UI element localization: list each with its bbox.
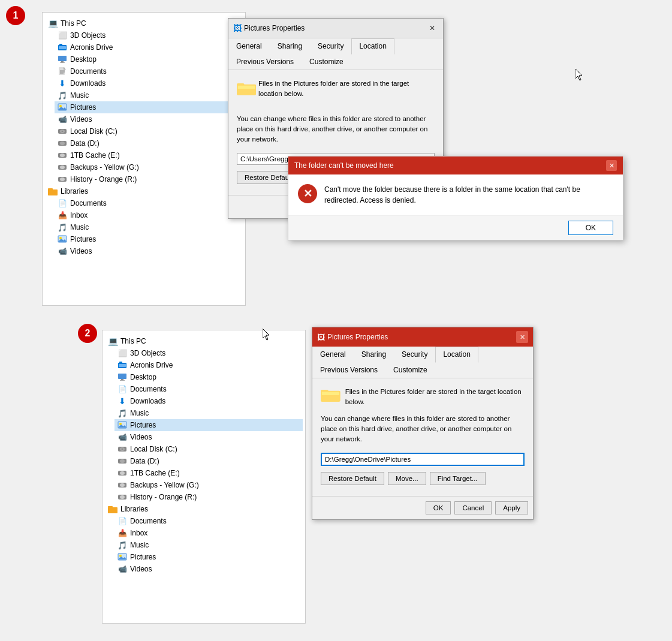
lib-pictures-icon-2 (117, 552, 128, 562)
tree2-item-backups-g[interactable]: Backups - Yellow (G:) (114, 479, 303, 491)
tree-item-3d[interactable]: ⬜ 3D Objects (55, 29, 243, 41)
error-ok-button[interactable]: OK (568, 221, 613, 235)
ok-button-2[interactable]: OK (426, 501, 451, 514)
error-close-button[interactable]: ✕ (606, 160, 617, 171)
dialog-2-path-input[interactable] (321, 453, 525, 466)
tree2-label-videos: Videos (130, 433, 152, 441)
tree-item-data-d[interactable]: Data (D:) (55, 137, 243, 149)
restore-default-button-2[interactable]: Restore Default (321, 472, 384, 485)
tree2-item-lib-music[interactable]: 🎵 Music (114, 539, 303, 551)
tree2-item-libraries[interactable]: Libraries (105, 503, 303, 515)
tree2-item-desktop[interactable]: Desktop (114, 371, 303, 383)
tree-label-3d: 3D Objects (70, 31, 106, 40)
tree2-item-1tb-e[interactable]: 1TB Cache (E:) (114, 467, 303, 479)
dialog-2-info-row: Files in the Pictures folder are stored … (321, 387, 525, 408)
tree-label-history-r: History - Orange (R:) (70, 175, 137, 183)
tab-location-2[interactable]: Location (435, 347, 478, 363)
error-title-text: The folder can't be moved here (294, 161, 394, 170)
tab-previous-versions-2[interactable]: Previous Versions (312, 362, 385, 378)
tab-general-2[interactable]: General (312, 347, 354, 362)
dialog-1-description: Files in the Pictures folder are stored … (258, 79, 435, 100)
tree-item-inbox[interactable]: 📥 Inbox (55, 209, 243, 221)
tree2-label-data-d: Data (D:) (130, 457, 159, 465)
explorer-window-2: 💻 This PC ⬜ 3D Objects Acronis Drive (102, 330, 306, 624)
dialog-1-close-button[interactable]: ✕ (426, 22, 438, 34)
dialog-2-close-button[interactable]: ✕ (516, 331, 528, 343)
tree2-item-pictures[interactable]: Pictures (114, 419, 303, 431)
tab-customize-2[interactable]: Customize (385, 362, 435, 378)
tree2-item-documents[interactable]: 📄 Documents (114, 383, 303, 395)
tree2-item-lib-videos[interactable]: 📹 Videos (114, 563, 303, 575)
tree-item-lib-videos[interactable]: 📹 Videos (55, 245, 243, 257)
step-1-circle: 1 (6, 6, 25, 25)
tree2-item-data-d[interactable]: Data (D:) (114, 455, 303, 467)
tab-location-1[interactable]: Location (351, 38, 394, 55)
tab-previous-versions-1[interactable]: Previous Versions (228, 54, 302, 70)
tree-item-lib-documents[interactable]: 📄 Documents (55, 197, 243, 209)
tab-security-1[interactable]: Security (310, 38, 351, 54)
tree2-item-acronis[interactable]: Acronis Drive (114, 359, 303, 371)
tab-sharing-2[interactable]: Sharing (354, 347, 394, 362)
error-icon: ✕ (298, 184, 317, 203)
tree2-item-inbox[interactable]: 📥 Inbox (114, 527, 303, 539)
tree-item-lib-music[interactable]: 🎵 Music (55, 221, 243, 233)
tab-security-2[interactable]: Security (394, 347, 435, 362)
tree-item-downloads[interactable]: ⬇ Downloads (55, 77, 243, 89)
inbox-icon-2: 📥 (117, 528, 128, 538)
error-dialog: The folder can't be moved here ✕ ✕ Can't… (288, 156, 623, 240)
videos-icon-2: 📹 (117, 432, 128, 442)
tree-item-this-pc[interactable]: 💻 This PC (45, 17, 243, 29)
tree-item-local-disk-c[interactable]: Local Disk (C:) (55, 125, 243, 137)
folder-icon-1 (237, 80, 256, 97)
move-button-2[interactable]: Move... (388, 472, 426, 485)
tree-label-local-disk-c: Local Disk (C:) (70, 127, 117, 136)
tab-sharing-1[interactable]: Sharing (270, 38, 310, 54)
svg-marker-60 (263, 329, 269, 340)
tree2-item-local-disk-c[interactable]: Local Disk (C:) (114, 443, 303, 455)
libraries-icon-2 (107, 504, 118, 514)
tree2-label-libraries: Libraries (120, 505, 148, 513)
tab-customize-1[interactable]: Customize (302, 54, 351, 70)
svg-marker-34 (575, 69, 582, 80)
tree-item-acronis[interactable]: Acronis Drive (55, 41, 243, 53)
tree-item-lib-pictures[interactable]: Pictures (55, 233, 243, 245)
downloads-icon: ⬇ (57, 79, 68, 88)
tree2-label-lib-documents: Documents (130, 517, 167, 525)
tree-item-history-r[interactable]: History - Orange (R:) (55, 173, 243, 185)
tree2-item-downloads[interactable]: ⬇ Downloads (114, 395, 303, 407)
tree-label-inbox: Inbox (70, 211, 88, 219)
tree2-item-3d[interactable]: ⬜ 3D Objects (114, 347, 303, 359)
tree2-item-videos[interactable]: 📹 Videos (114, 431, 303, 443)
tree-item-backups-g[interactable]: Backups - Yellow (G:) (55, 161, 243, 173)
videos-icon: 📹 (57, 115, 68, 124)
lib-docs-icon: 📄 (57, 198, 68, 208)
tree2-item-music[interactable]: 🎵 Music (114, 407, 303, 419)
svg-rect-38 (118, 374, 126, 379)
cancel-button-2[interactable]: Cancel (454, 501, 492, 514)
properties-dialog-2: 🖼 Pictures Properties ✕ General Sharing … (312, 327, 534, 520)
dialog-1-title-icon: 🖼 (233, 23, 242, 33)
error-body: ✕ Can't move the folder because there is… (288, 174, 623, 215)
tree-item-libraries[interactable]: Libraries (45, 185, 243, 197)
tree-item-music[interactable]: 🎵 Music (55, 89, 243, 101)
tree2-label-pictures: Pictures (130, 421, 156, 429)
svg-marker-7 (64, 67, 66, 70)
tree-label-music: Music (70, 91, 89, 100)
tree-item-documents[interactable]: Documents (55, 65, 243, 77)
tree-item-1tb-e[interactable]: 1TB Cache (E:) (55, 149, 243, 161)
dialog-2-title-text: Pictures Properties (327, 333, 388, 341)
tree2-item-lib-pictures[interactable]: Pictures (114, 551, 303, 563)
tab-general-1[interactable]: General (228, 38, 270, 54)
lib-music-icon-2: 🎵 (117, 540, 128, 550)
lib-music-icon: 🎵 (57, 222, 68, 232)
tree2-item-lib-documents[interactable]: 📄 Documents (114, 515, 303, 527)
tree-item-videos[interactable]: 📹 Videos (55, 113, 243, 125)
tree2-item-this-pc[interactable]: 💻 This PC (105, 335, 303, 347)
find-target-button-2[interactable]: Find Target... (430, 472, 486, 485)
tree-item-pictures[interactable]: Pictures (55, 101, 243, 113)
tree-item-desktop[interactable]: Desktop (55, 53, 243, 65)
apply-button-2[interactable]: Apply (495, 501, 528, 514)
tree2-item-history-r[interactable]: History - Orange (R:) (114, 491, 303, 503)
tree2-label-history-r: History - Orange (R:) (130, 493, 197, 501)
tree2-label-3d: 3D Objects (130, 349, 165, 357)
